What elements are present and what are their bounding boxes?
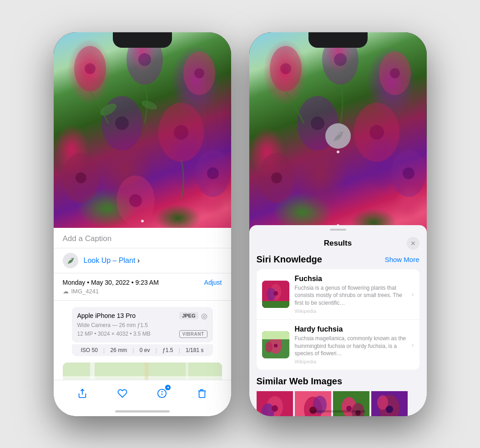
device-row: Apple iPhone 13 Pro JPEG ◎ xyxy=(77,312,207,320)
leaf-icon xyxy=(66,257,75,265)
hardy-text: Hardy fuchsia Fuchsia magellanica, commo… xyxy=(295,325,406,364)
ev-value: 0 ev xyxy=(140,347,150,353)
panel-header: Results ✕ xyxy=(249,231,427,254)
right-phone-screen: Results ✕ Siri Knowledge Show More xyxy=(249,32,427,416)
flower-overlay-svg xyxy=(54,32,231,228)
phones-container: Add a Caption Look Up – Plant › xyxy=(54,32,427,416)
close-button[interactable]: ✕ xyxy=(407,237,419,250)
home-indicator xyxy=(115,410,170,413)
siri-knowledge-title: Siri Knowledge xyxy=(257,254,322,265)
focal-length: 26 mm xyxy=(110,347,127,353)
svg-point-71 xyxy=(386,406,393,413)
shutter-value: 1/181 s xyxy=(186,347,203,353)
svg-point-57 xyxy=(272,405,278,412)
svg-point-12 xyxy=(76,172,86,183)
vibrant-badge: VIBRANT xyxy=(179,330,207,338)
caption-area[interactable]: Add a Caption xyxy=(54,228,231,248)
caption-placeholder: Add a Caption xyxy=(63,234,112,243)
siri-visual-search-bubble[interactable] xyxy=(325,123,351,149)
trash-button[interactable] xyxy=(195,387,209,400)
svg-point-47 xyxy=(273,291,278,296)
right-home-indicator xyxy=(311,410,365,413)
fuchsia-chevron: › xyxy=(412,291,414,298)
svg-point-33 xyxy=(334,53,347,66)
knowledge-item-fuchsia[interactable]: Fuchsia Fuchsia is a genus of flowering … xyxy=(257,269,419,320)
meta-filename-row: ☁ IMG_4241 xyxy=(63,288,222,295)
fuchsia-name: Fuchsia xyxy=(295,275,406,283)
meta-date-row: Monday • May 30, 2022 • 9:23 AM Adjust xyxy=(63,279,222,286)
panel-title: Results xyxy=(269,239,407,248)
svg-rect-53 xyxy=(262,331,289,339)
svg-rect-48 xyxy=(262,301,289,308)
adjust-button[interactable]: Adjust xyxy=(204,279,222,286)
results-panel: Results ✕ Siri Knowledge Show More xyxy=(249,225,427,416)
svg-point-2 xyxy=(85,63,96,74)
left-photo-area xyxy=(54,32,231,228)
iso-value: ISO 50 xyxy=(81,347,98,353)
meta-section: Monday • May 30, 2022 • 9:23 AM Adjust ☁… xyxy=(54,273,231,301)
knowledge-card: Fuchsia Fuchsia is a genus of flowering … xyxy=(257,269,419,370)
svg-point-6 xyxy=(194,68,204,78)
device-section: Apple iPhone 13 Pro JPEG ◎ Wide Camera —… xyxy=(72,307,213,342)
svg-point-41 xyxy=(271,172,282,183)
lookup-icon xyxy=(63,253,78,268)
hardy-source: Wikipedia xyxy=(295,359,406,364)
svg-point-39 xyxy=(369,125,384,140)
hardy-desc: Fuchsia magellanica, commonly known as t… xyxy=(295,335,406,357)
info-button[interactable]: ✦ xyxy=(155,387,169,400)
aperture-value: ƒ1.5 xyxy=(162,347,173,353)
mp-info: 12 MP • 3024 × 4032 • 3.5 MB xyxy=(77,331,151,337)
share-button[interactable] xyxy=(76,387,89,400)
siri-dot xyxy=(337,151,339,153)
right-phone: Results ✕ Siri Knowledge Show More xyxy=(249,32,427,416)
svg-point-8 xyxy=(115,116,129,130)
left-phone-screen: Add a Caption Look Up – Plant › xyxy=(54,32,231,416)
cloud-icon: ☁ xyxy=(63,288,69,295)
filename: IMG_4241 xyxy=(71,288,99,295)
jpeg-badge: JPEG xyxy=(179,312,198,319)
show-more-button[interactable]: Show More xyxy=(385,256,419,263)
left-phone: Add a Caption Look Up – Plant › xyxy=(54,32,231,416)
similar-images-title: Similar Web Images xyxy=(257,376,419,387)
svg-point-14 xyxy=(207,167,219,179)
device-name: Apple iPhone 13 Pro xyxy=(77,312,136,319)
hardy-thumbnail xyxy=(262,331,289,358)
hardy-chevron: › xyxy=(412,341,414,348)
hardy-name: Hardy fuchsia xyxy=(295,325,406,333)
svg-point-16 xyxy=(129,194,142,207)
device-section-wrapper: Apple iPhone 13 Pro JPEG ◎ Wide Camera —… xyxy=(54,301,231,359)
siri-leaf-icon xyxy=(332,130,344,142)
svg-point-37 xyxy=(311,116,324,130)
svg-text:✦: ✦ xyxy=(167,386,170,390)
svg-point-10 xyxy=(174,125,188,140)
fuchsia-text: Fuchsia Fuchsia is a genus of flowering … xyxy=(295,275,406,314)
svg-point-4 xyxy=(138,53,151,66)
exif-row: ISO 50 | 26 mm | 0 ev | ƒ1.5 | 1/181 s xyxy=(72,344,213,356)
fuchsia-thumbnail xyxy=(262,281,289,308)
similar-image-4[interactable] xyxy=(371,391,408,416)
info-badge: ✦ xyxy=(165,385,171,390)
svg-point-18 xyxy=(140,99,158,111)
photo-page-indicator xyxy=(141,220,144,222)
right-photo-area xyxy=(249,32,427,232)
lookup-row[interactable]: Look Up – Plant › xyxy=(54,248,231,273)
svg-point-43 xyxy=(403,167,414,179)
mp-row: 12 MP • 3024 × 4032 • 3.5 MB VIBRANT xyxy=(77,330,207,338)
svg-point-52 xyxy=(274,344,278,347)
fuchsia-desc: Fuchsia is a genus of flowering plants t… xyxy=(295,284,406,307)
meta-date: Monday • May 30, 2022 • 9:23 AM xyxy=(63,279,159,286)
siri-knowledge-header: Siri Knowledge Show More xyxy=(257,254,419,265)
location-icon: ◎ xyxy=(201,312,207,320)
svg-point-31 xyxy=(280,63,291,74)
svg-point-35 xyxy=(390,68,400,78)
knowledge-item-hardy[interactable]: Hardy fuchsia Fuchsia magellanica, commo… xyxy=(257,320,419,370)
svg-point-51 xyxy=(265,342,273,352)
like-button[interactable] xyxy=(116,387,129,400)
lookup-label: Look Up – Plant › xyxy=(84,257,140,265)
panel-content: Siri Knowledge Show More xyxy=(249,254,427,416)
device-badges: JPEG ◎ xyxy=(179,312,207,320)
similar-image-1[interactable] xyxy=(257,391,293,416)
fuchsia-source: Wikipedia xyxy=(295,308,406,314)
lens-info: Wide Camera — 26 mm ƒ1.5 xyxy=(77,322,207,328)
